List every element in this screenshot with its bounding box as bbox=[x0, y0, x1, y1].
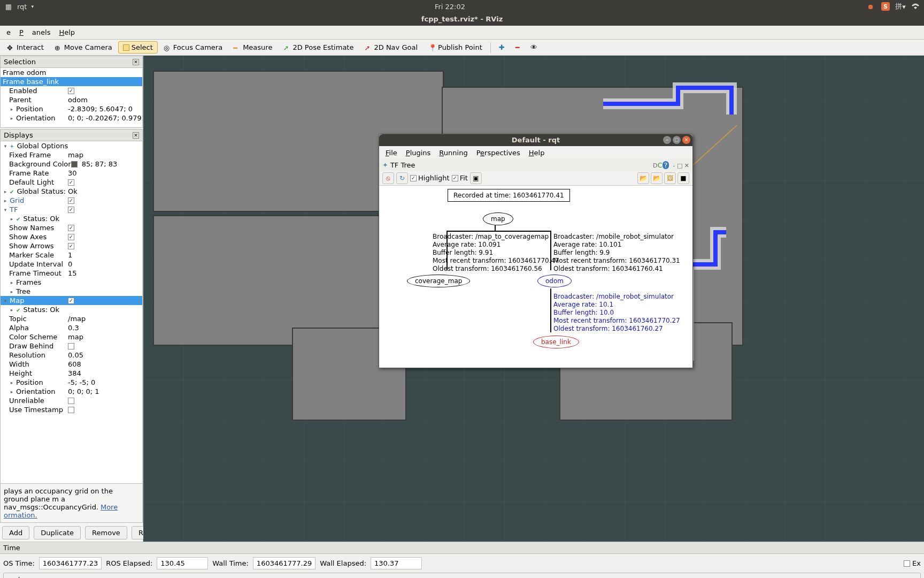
ros-elapsed-value[interactable]: 130.45 bbox=[157, 557, 208, 569]
tool-select[interactable]: Select bbox=[118, 41, 158, 54]
close-icon[interactable]: × bbox=[682, 136, 690, 144]
minimize-icon[interactable]: – bbox=[663, 136, 671, 144]
tree-row[interactable]: ▸Frames bbox=[1, 278, 142, 287]
tf-tree-canvas[interactable]: Recorded at time: 1603461770.41 map Broa… bbox=[379, 186, 692, 368]
tree-row[interactable]: ▸Status: Ok bbox=[1, 305, 142, 314]
tool-interact[interactable]: ✥Interact bbox=[2, 41, 49, 54]
tree-row[interactable]: Update Interval0 bbox=[1, 260, 142, 269]
tree-row[interactable]: ▸Position-5; -5; 0 bbox=[1, 378, 142, 387]
checkbox[interactable]: ✓ bbox=[68, 88, 74, 94]
tree-row[interactable]: Parentodom bbox=[1, 95, 142, 104]
checkbox[interactable]: ✓ bbox=[68, 207, 74, 213]
tree-row[interactable]: Fixed Framemap bbox=[1, 150, 142, 159]
tree-row[interactable]: Frame odom bbox=[1, 68, 142, 77]
tool-visibility[interactable]: 👁 bbox=[526, 41, 542, 54]
rqt-menu-plugins[interactable]: Plugins bbox=[403, 148, 434, 158]
tool-remove[interactable]: ━ bbox=[511, 41, 525, 54]
tree-row[interactable]: Frame base_link bbox=[1, 77, 142, 86]
menu-panels[interactable]: Panels bbox=[15, 26, 55, 39]
fit-checkbox[interactable]: ✓Fit bbox=[452, 174, 468, 182]
checkbox[interactable] bbox=[68, 407, 74, 413]
tree-row[interactable]: ▾Global Options bbox=[1, 141, 142, 150]
checkbox[interactable] bbox=[68, 343, 74, 349]
rqt-menu-help[interactable]: Help bbox=[526, 148, 548, 158]
menu-file[interactable]: e bbox=[2, 26, 15, 39]
experimental-checkbox[interactable]: Ex bbox=[904, 559, 921, 567]
tool-2d-pose-estimate[interactable]: ➚2D Pose Estimate bbox=[278, 41, 358, 54]
tf-node-base-link[interactable]: base_link bbox=[533, 336, 579, 348]
ros-time-value[interactable]: 1603461777.23 bbox=[39, 557, 102, 569]
tree-row[interactable]: Use Timestamp bbox=[1, 405, 142, 414]
active-app-name[interactable]: rqt bbox=[17, 3, 27, 11]
reset-button[interactable]: set bbox=[3, 573, 921, 578]
tree-row[interactable]: Frame Timeout15 bbox=[1, 269, 142, 278]
rqt-window[interactable]: Default - rqt – ▢ × File Plugins Running… bbox=[379, 134, 693, 368]
menu-help[interactable]: Help bbox=[55, 26, 79, 39]
rviz-3d-view[interactable]: Default - rqt – ▢ × File Plugins Running… bbox=[143, 56, 924, 542]
image-icon[interactable]: ▣ bbox=[470, 172, 482, 184]
tree-row[interactable]: ▾Map✓ bbox=[1, 296, 142, 305]
checkbox[interactable]: ✓ bbox=[68, 197, 74, 204]
tool-publish-point[interactable]: 📍Publish Point bbox=[424, 41, 487, 54]
save-icon[interactable]: 📂 bbox=[651, 172, 663, 184]
tree-row[interactable]: ▸Tree bbox=[1, 287, 142, 296]
tree-row[interactable]: Color Schememap bbox=[1, 332, 142, 341]
tree-row[interactable]: Alpha0.3 bbox=[1, 323, 142, 332]
checkbox[interactable]: ✓ bbox=[68, 225, 74, 231]
rqt-menu-running[interactable]: Running bbox=[436, 148, 471, 158]
tool-move-camera[interactable]: ⊕Move Camera bbox=[50, 41, 117, 54]
checkbox[interactable]: ✓ bbox=[68, 243, 74, 249]
wall-elapsed-value[interactable]: 130.37 bbox=[371, 557, 422, 569]
rqt-window-title[interactable]: Default - rqt – ▢ × bbox=[379, 134, 692, 146]
rqt-menu-perspectives[interactable]: Perspectives bbox=[473, 148, 523, 158]
tree-row[interactable]: ▸Status: Ok bbox=[1, 214, 142, 223]
export-icon[interactable]: 🖼 bbox=[664, 172, 676, 184]
tree-row[interactable]: Show Arrows✓ bbox=[1, 241, 142, 250]
tree-row[interactable]: Marker Scale1 bbox=[1, 250, 142, 260]
tree-row[interactable]: ▸Position-2.8309; 5.6047; 0 bbox=[1, 104, 142, 113]
tree-row[interactable]: Show Names✓ bbox=[1, 223, 142, 232]
tree-row[interactable]: ▸Orientation0; 0; 0; 1 bbox=[1, 387, 142, 396]
rqt-corner-controls[interactable]: DC? - □ ✕ bbox=[653, 161, 689, 169]
tree-row[interactable]: Frame Rate30 bbox=[1, 169, 142, 178]
clock[interactable]: Fri 22:02 bbox=[34, 3, 866, 11]
tool-2d-nav-goal[interactable]: ➚2D Nav Goal bbox=[359, 41, 422, 54]
tree-row[interactable]: Height384 bbox=[1, 369, 142, 378]
rqt-menu-file[interactable]: File bbox=[382, 148, 401, 158]
checkbox[interactable]: ✓ bbox=[68, 234, 74, 240]
open-icon[interactable]: 📂 bbox=[637, 172, 649, 184]
add-button[interactable]: Add bbox=[2, 526, 29, 539]
tree-row[interactable]: ▸Orientation0; 0; -0.20267; 0.97925 bbox=[1, 113, 142, 123]
tf-node-coverage-map[interactable]: coverage_map bbox=[407, 275, 470, 287]
tool-measure[interactable]: ━Measure bbox=[228, 41, 277, 54]
tree-row[interactable]: Unreliable bbox=[1, 396, 142, 405]
tf-node-map[interactable]: map bbox=[483, 212, 513, 225]
wifi-icon[interactable] bbox=[911, 2, 920, 11]
displays-panel-body[interactable]: ▾Global OptionsFixed FramemapBackground … bbox=[0, 141, 143, 484]
tree-row[interactable]: Enabled✓ bbox=[1, 86, 142, 95]
record-icon[interactable]: ⏺ bbox=[866, 2, 875, 11]
tool-add[interactable]: ✚ bbox=[494, 41, 510, 54]
refresh-icon[interactable]: ↻ bbox=[396, 172, 408, 184]
checkbox[interactable]: ✓ bbox=[68, 298, 74, 304]
selection-panel-header[interactable]: Selection ✕ bbox=[0, 56, 143, 68]
displays-panel-header[interactable]: Displays ✕ bbox=[0, 129, 143, 141]
highlight-checkbox[interactable]: ✓Highlight bbox=[410, 174, 450, 182]
maximize-icon[interactable]: ▢ bbox=[673, 136, 681, 144]
tree-row[interactable]: ▸Global Status: Ok bbox=[1, 187, 142, 196]
tree-row[interactable]: Width608 bbox=[1, 360, 142, 369]
wall-time-value[interactable]: 1603461777.29 bbox=[253, 557, 315, 569]
checkbox[interactable]: ✓ bbox=[68, 179, 74, 186]
ime-indicator[interactable]: 拼▾ bbox=[896, 2, 905, 11]
close-panel-icon[interactable]: ✕ bbox=[133, 59, 139, 65]
remove-button[interactable]: Remove bbox=[85, 526, 127, 539]
selection-panel-body[interactable]: Frame odomFrame base_linkEnabled✓Parento… bbox=[0, 68, 143, 128]
tree-row[interactable]: Draw Behind bbox=[1, 341, 142, 351]
tree-row[interactable]: Background Color85; 87; 83 bbox=[1, 159, 142, 169]
tree-row[interactable]: Default Light✓ bbox=[1, 178, 142, 187]
duplicate-button[interactable]: Duplicate bbox=[34, 526, 81, 539]
tf-node-odom[interactable]: odom bbox=[537, 275, 572, 287]
tree-row[interactable]: ▾TF✓ bbox=[1, 205, 142, 214]
stop2-icon[interactable]: ■ bbox=[677, 172, 689, 184]
tree-row[interactable]: ▸Grid✓ bbox=[1, 196, 142, 205]
